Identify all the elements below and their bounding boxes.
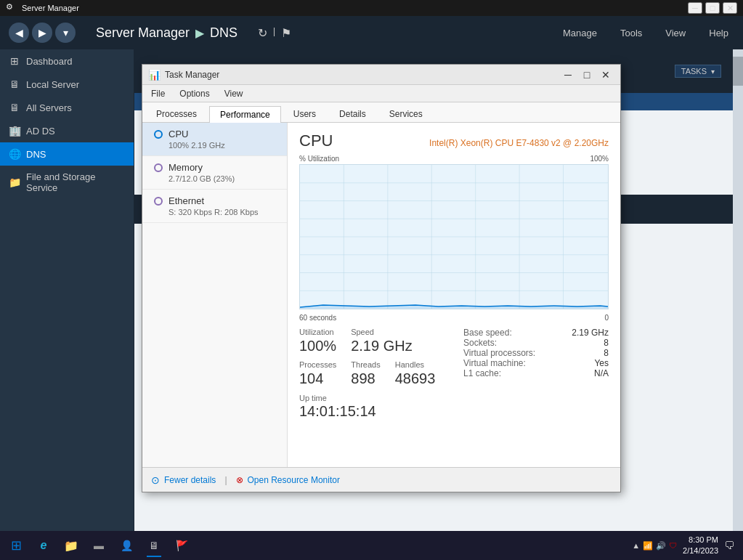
sidebar-label-ad-ds: AD DS xyxy=(26,126,55,137)
sidebar: ⊞ Dashboard 🖥 Local Server 🖥 All Servers… xyxy=(0,49,134,531)
ethernet-dot-icon xyxy=(154,197,163,206)
tab-details[interactable]: Details xyxy=(328,105,377,122)
tab-performance[interactable]: Performance xyxy=(209,106,281,123)
sockets-row: Sockets: 8 xyxy=(463,338,609,348)
uptime-stat: Up time 14:01:15:14 xyxy=(299,393,452,420)
network-tray-icon: 📶 xyxy=(643,541,653,551)
taskbar-user-icon[interactable]: 👤 xyxy=(113,532,139,559)
fewer-details-icon: ⊙ xyxy=(151,474,160,486)
forward-button[interactable]: ▶ xyxy=(32,23,52,43)
tab-users[interactable]: Users xyxy=(283,105,327,122)
graph-labels-bottom: 60 seconds 0 xyxy=(299,314,609,322)
sidebar-item-local-server[interactable]: 🖥 Local Server xyxy=(0,73,134,96)
sidebar-item-ad-ds[interactable]: 🏢 AD DS xyxy=(0,119,134,142)
memory-dot-icon xyxy=(154,163,163,172)
sockets-key: Sockets: xyxy=(463,338,497,348)
manage-menu[interactable]: Manage xyxy=(557,25,603,41)
start-button[interactable]: ⊞ xyxy=(3,532,29,559)
handles-label: Handles xyxy=(395,360,436,369)
help-menu[interactable]: Help xyxy=(703,25,734,41)
taskbar-clock[interactable]: 8:30 PM 2/14/2023 xyxy=(683,535,718,557)
virtual-proc-key: Virtual processors: xyxy=(463,348,535,358)
tm-cpu-label: CPU xyxy=(169,129,188,139)
base-speed-key: Base speed: xyxy=(463,328,512,338)
title-bar: ⚙ Server Manager ─ □ ✕ xyxy=(0,0,743,16)
file-explorer-icon: 📁 xyxy=(64,539,78,553)
virtual-proc-row: Virtual processors: 8 xyxy=(463,348,609,358)
sidebar-label-dns: DNS xyxy=(26,149,46,160)
uptime-value: 14:01:15:14 xyxy=(299,403,452,420)
virtual-machine-val: Yes xyxy=(594,358,609,368)
tm-title: Task Manager xyxy=(165,70,219,80)
tm-ethernet-sub: S: 320 Kbps R: 208 Kbps xyxy=(154,208,278,216)
virtual-machine-row: Virtual machine: Yes xyxy=(463,358,609,368)
breadcrumb: Server Manager ▶ DNS xyxy=(90,25,237,41)
fewer-details-label: Fewer details xyxy=(164,475,216,485)
app-icon: ⚙ xyxy=(6,2,17,14)
threads-stat: Threads 898 xyxy=(351,360,380,387)
taskbar: ⊞ e 📁 ▬ 👤 🖥 🚩 ▲ 📶 🔊 🛡 8:30 xyxy=(0,531,743,560)
sidebar-item-all-servers[interactable]: 🖥 All Servers xyxy=(0,96,134,119)
speed-stat: Speed 2.19 GHz xyxy=(351,328,412,354)
utilization-stat: Utilization 100% xyxy=(299,328,336,354)
dashboard-icon: ⊞ xyxy=(9,55,20,67)
taskbar-cmd-icon[interactable]: ▬ xyxy=(86,532,112,559)
tm-left-memory[interactable]: Memory 2.7/12.0 GB (23%) xyxy=(142,156,287,190)
tm-memory-label: Memory xyxy=(169,162,203,173)
scrollbar-right[interactable] xyxy=(733,49,743,531)
sidebar-label-dashboard: Dashboard xyxy=(26,56,73,67)
notification-button[interactable]: 🗨 xyxy=(724,540,734,551)
tm-cpu-header-item: CPU xyxy=(154,129,278,139)
close-button[interactable]: ✕ xyxy=(723,2,737,14)
tm-left-cpu[interactable]: CPU 100% 2.19 GHz xyxy=(142,123,287,156)
maximize-button[interactable]: □ xyxy=(705,2,720,14)
tray-up-arrow[interactable]: ▲ xyxy=(632,541,640,550)
taskbar-ie-icon[interactable]: e xyxy=(31,532,57,559)
tools-menu[interactable]: Tools xyxy=(614,25,648,41)
taskbar-explorer-icon[interactable]: 📁 xyxy=(58,532,84,559)
taskbar-server-manager-icon[interactable]: 🖥 xyxy=(141,532,167,559)
tm-maximize-button[interactable]: □ xyxy=(578,68,596,82)
ad-ds-icon: 🏢 xyxy=(9,125,20,137)
tab-processes[interactable]: Processes xyxy=(145,105,208,122)
local-server-icon: 🖥 xyxy=(9,78,20,90)
back-button[interactable]: ◀ xyxy=(9,23,29,43)
base-speed-val: 2.19 GHz xyxy=(572,328,609,338)
open-resource-label: Open Resource Monitor xyxy=(248,475,340,485)
tab-services[interactable]: Services xyxy=(378,105,434,122)
sidebar-item-dashboard[interactable]: ⊞ Dashboard xyxy=(0,49,134,73)
taskbar-flag-icon[interactable]: 🚩 xyxy=(169,532,195,559)
command-prompt-icon: ▬ xyxy=(94,540,104,551)
stats-right: Base speed: 2.19 GHz Sockets: 8 Virtual … xyxy=(463,328,609,420)
sidebar-item-file-storage[interactable]: 📁 File and Storage Service xyxy=(0,166,134,199)
tm-menu-view[interactable]: View xyxy=(219,87,249,100)
sidebar-label-local-server: Local Server xyxy=(26,79,79,90)
security-warning-icon: 🛡 xyxy=(669,541,677,550)
scrollbar-thumb xyxy=(733,57,743,86)
tm-processor-name: Intel(R) Xeon(R) CPU E7-4830 v2 @ 2.20GH… xyxy=(429,138,609,148)
processes-stat: Processes 104 xyxy=(299,360,336,387)
tm-minimize-button[interactable]: ─ xyxy=(559,68,577,82)
tm-menu-options[interactable]: Options xyxy=(174,87,215,100)
tm-icon: 📊 xyxy=(148,69,161,81)
tm-close-button[interactable]: ✕ xyxy=(597,68,614,82)
minimize-button[interactable]: ─ xyxy=(688,2,702,14)
tm-left-ethernet[interactable]: Ethernet S: 320 Kbps R: 208 Kbps xyxy=(142,190,287,223)
taskbar-right: ▲ 📶 🔊 🛡 8:30 PM 2/14/2023 🗨 xyxy=(632,535,740,557)
sidebar-item-dns[interactable]: 🌐 DNS xyxy=(0,142,134,166)
mid-stats-row: Processes 104 Threads 898 Handles 48693 xyxy=(299,360,452,387)
view-menu[interactable]: View xyxy=(659,25,691,41)
base-speed-row: Base speed: 2.19 GHz xyxy=(463,328,609,338)
tm-memory-sub: 2.7/12.0 GB (23%) xyxy=(154,174,278,183)
processes-value: 104 xyxy=(299,370,336,387)
open-resource-monitor-button[interactable]: ⊗ Open Resource Monitor xyxy=(236,475,340,485)
dropdown-button[interactable]: ▾ xyxy=(55,23,76,43)
refresh-icon[interactable]: ↻ xyxy=(258,26,267,40)
seconds-label: 60 seconds xyxy=(299,314,336,322)
page-title: DNS xyxy=(210,25,237,41)
file-storage-icon: 📁 xyxy=(9,176,20,188)
tm-left-panel: CPU 100% 2.19 GHz Memory 2.7/12.0 GB (23… xyxy=(142,123,288,467)
fewer-details-button[interactable]: ⊙ Fewer details xyxy=(151,474,216,486)
tm-menu-file[interactable]: File xyxy=(145,87,171,100)
tasks-badge[interactable]: TASKS ▾ xyxy=(675,65,721,78)
